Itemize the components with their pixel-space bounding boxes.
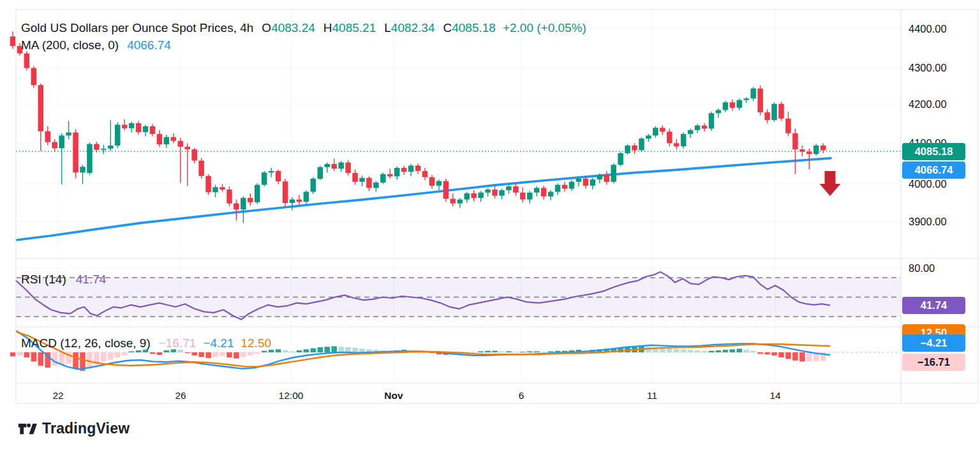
time-axis-label[interactable]: 6 [499,390,544,401]
candle-body [269,171,274,172]
macd-histogram-bar [338,347,344,352]
candle-body [338,163,344,169]
time-axis-label[interactable]: 26 [158,390,203,401]
macd-histogram-bar [205,352,211,358]
macd-histogram-bar [276,349,281,352]
candle-body [94,144,100,150]
candle-body [380,174,386,183]
candle-body [744,98,750,100]
macd-histogram-bar [548,351,554,352]
candle-body [506,186,512,190]
candle-body [618,153,623,165]
candle-body [820,146,826,150]
candle-body [576,179,582,182]
time-axis-label[interactable]: 22 [36,390,80,401]
macd-histogram-bar [198,352,204,357]
candle-body [541,188,547,196]
candle-body [422,171,428,177]
candle-body [716,110,722,113]
candle-body [457,200,463,204]
candle-body [604,175,610,182]
candle-body [771,104,777,120]
macd-histogram-bar [59,352,64,364]
macd-histogram-bar [212,352,218,357]
candle-body [304,191,309,202]
macd-histogram-bar [234,352,239,359]
candle-body [101,149,107,150]
ma-value-badge: 4066.74 [902,161,965,179]
macd-histogram-bar [31,352,37,361]
candle-body [226,190,232,204]
candle-body [129,123,135,128]
macd-histogram-bar [73,352,78,369]
macd-histogram-bar [527,351,533,352]
candle-body [191,149,197,161]
candle-body [387,174,393,177]
candle-body [590,179,596,186]
macd-histogram-bar [709,351,715,352]
price-axis-label[interactable]: 4300.00 [909,61,975,74]
macd-histogram-bar [785,352,791,359]
candle-body [471,193,477,198]
ohlc-low: L4082.34 [384,21,434,34]
macd-histogram-bar [136,350,142,352]
macd-histogram-bar [806,352,812,361]
macd-histogram-bar [702,351,708,352]
candle-body [185,147,191,149]
time-axis-label[interactable]: 14 [753,390,798,401]
macd-label: MACD (12, 26, close, 9) [21,336,151,350]
candle-body [778,104,784,119]
macd-legend-row[interactable]: MACD (12, 26, close, 9)−16.71−4.2112.50 [21,336,271,350]
time-axis-label[interactable]: 12:00 [269,390,313,401]
ohlc-close: C4085.18 [443,21,496,34]
price-axis-label[interactable]: 4400.00 [909,22,975,35]
symbol-title: Gold US Dollars per Ounce Spot Prices, 4… [21,21,253,34]
candle-body [709,113,715,128]
candle-body [24,54,30,68]
time-axis-label[interactable]: Nov [371,390,416,401]
candle-body [136,123,142,132]
price-axis-label[interactable]: 80.00 [909,262,975,274]
candle-body [178,141,184,147]
candle-body [764,112,770,120]
tradingview-logo-icon [18,421,37,437]
macd-histogram-bar [778,352,784,357]
macd-histogram-bar [101,352,107,361]
time-axis-label[interactable]: 11 [630,390,674,401]
candle-body [164,137,170,144]
candle-body [311,179,316,192]
macd-histogram-bar [248,352,253,356]
rsi-legend-row[interactable]: RSI (14)41.74 [21,273,106,287]
price-axis-label[interactable]: 3900.00 [909,215,975,228]
macd-histogram-bar [771,352,777,356]
candle-body [345,163,351,173]
macd-histogram-bar [108,352,114,359]
candlestick-chart-canvas[interactable] [0,0,980,450]
price-axis-label[interactable]: 4200.00 [909,98,975,110]
candle-body [10,36,16,46]
candle-body [80,167,85,172]
candle-body [283,181,288,203]
macd-histogram-bar [478,351,484,352]
macd-histogram-bar [122,352,128,356]
macd-histogram-bar [325,347,330,352]
candle-body [702,126,708,129]
macd-histogram-bar [24,352,30,357]
candle-body [785,119,791,133]
macd-histogram-bar [681,349,687,352]
macd-histogram-bar [764,352,770,354]
candle-body [464,193,470,200]
candle-body [799,149,805,152]
candle-body [632,146,637,150]
candle-body [38,85,44,131]
candle-body [373,183,379,188]
candle-body [318,167,323,179]
macd-histogram-bar [290,351,295,352]
symbol-header[interactable]: Gold US Dollars per Ounce Spot Prices, 4… [21,21,586,35]
candle-body [639,139,644,150]
candle-body [737,100,743,108]
price-axis-label[interactable]: 4000.00 [909,177,975,190]
ma-legend-row[interactable]: MA (200, close, 0)4066.74 [21,38,171,52]
tradingview-attribution[interactable]: TradingView [18,420,130,437]
macd-histogram-bar [695,350,701,352]
